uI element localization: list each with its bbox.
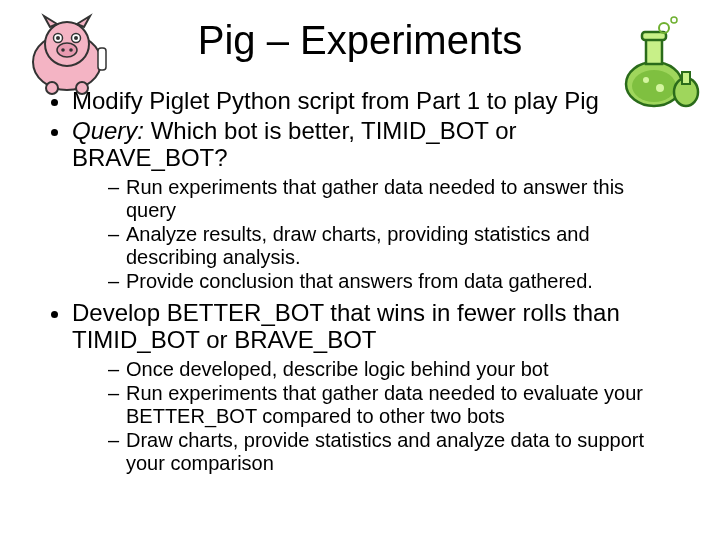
sub-text: Run experiments that gather data needed … (126, 382, 643, 427)
sub-draw-charts: Draw charts, provide statistics and anal… (108, 429, 672, 475)
bullet-develop-betterbot: Develop BETTER_BOT that wins in fewer ro… (72, 299, 672, 475)
sub-analyze-results: Analyze results, draw charts, providing … (108, 223, 672, 269)
bullet-query: Query: Which bot is better, TIMID_BOT or… (72, 117, 672, 293)
bullet-text: Modify Piglet Python script from Part 1 … (72, 87, 599, 114)
svg-point-14 (632, 70, 676, 102)
sub-text: Analyze results, draw charts, providing … (126, 223, 590, 268)
svg-point-4 (69, 48, 73, 52)
svg-point-18 (671, 17, 677, 23)
svg-point-2 (57, 43, 77, 57)
sub-run-compare: Run experiments that gather data needed … (108, 382, 672, 428)
svg-rect-20 (682, 72, 690, 84)
bullet-modify-piglet: Modify Piglet Python script from Part 1 … (72, 87, 672, 115)
slide-title: Pig – Experiments (198, 18, 523, 63)
svg-point-15 (643, 77, 649, 83)
sub-text: Provide conclusion that answers from dat… (126, 270, 593, 292)
svg-point-8 (74, 36, 78, 40)
sub-provide-conclusion: Provide conclusion that answers from dat… (108, 270, 672, 293)
svg-point-16 (656, 84, 664, 92)
pig-icon (20, 10, 115, 104)
sub-run-experiments: Run experiments that gather data needed … (108, 176, 672, 222)
query-label: Query: (72, 117, 144, 144)
sub-text: Run experiments that gather data needed … (126, 176, 624, 221)
sub-text: Once developed, describe logic behind yo… (126, 358, 549, 380)
svg-point-7 (56, 36, 60, 40)
svg-point-9 (46, 82, 58, 94)
svg-rect-11 (98, 48, 106, 70)
bullet-text: Develop BETTER_BOT that wins in fewer ro… (72, 299, 620, 354)
sub-describe-logic: Once developed, describe logic behind yo… (108, 358, 672, 381)
svg-point-3 (61, 48, 65, 52)
sub-text: Draw charts, provide statistics and anal… (126, 429, 644, 474)
slide-body: Modify Piglet Python script from Part 1 … (0, 71, 720, 475)
flask-icon (612, 16, 702, 115)
svg-point-10 (76, 82, 88, 94)
